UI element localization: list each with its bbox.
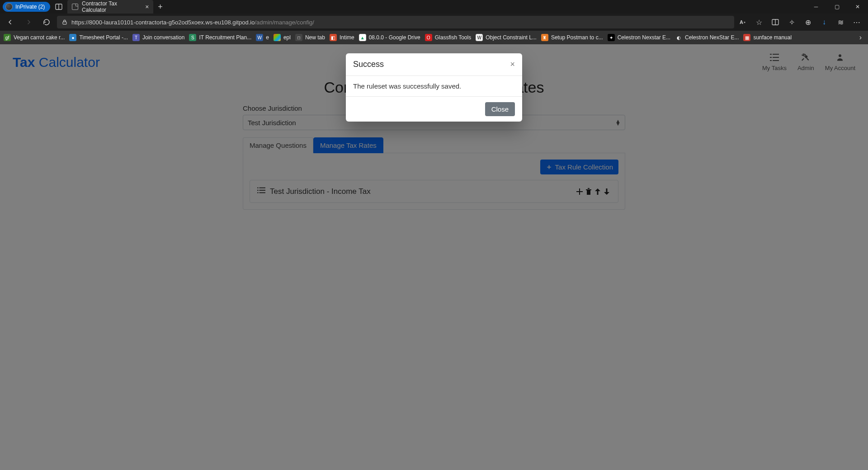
bookmark-label: epl <box>283 34 291 41</box>
browser-tab-bar: InPrivate (2) Contractor Tax Calculator … <box>0 0 868 14</box>
bookmark-label: Join conversation <box>142 34 184 41</box>
address-toolbar: A» ☆ ✧ ⊕ ↓ ≋ ⋯ <box>737 16 865 28</box>
favorite-icon[interactable]: ☆ <box>753 16 765 28</box>
bookmark-icon: ◐ <box>675 34 682 41</box>
bookmark-item[interactable]: ◐Celestron NexStar E... <box>675 34 739 41</box>
forward-button[interactable] <box>21 15 36 29</box>
modal-overlay[interactable]: Success × The ruleset was successfully s… <box>0 44 868 470</box>
back-button[interactable] <box>3 15 18 29</box>
window-controls: ─ ▢ ✕ <box>806 0 868 14</box>
inprivate-label: InPrivate (2) <box>15 4 45 10</box>
svg-rect-2 <box>63 22 66 24</box>
bookmark-label: Vegan carrot cake r... <box>14 34 65 41</box>
bookmark-label: 08.0.0 - Google Drive <box>369 34 420 41</box>
bookmark-item[interactable]: SIT Recruitment Plan... <box>189 34 251 41</box>
bookmark-item[interactable]: ◧Intime <box>330 34 354 41</box>
bookmark-icon: ◧ <box>330 34 337 41</box>
profile-avatar-icon <box>5 3 13 10</box>
tab-close-icon[interactable]: × <box>145 3 149 10</box>
bookmark-item[interactable]: OGlassfish Tools <box>425 34 471 41</box>
bookmark-item[interactable]: We <box>256 34 269 41</box>
bookmark-icon: S <box>189 34 196 41</box>
tab-actions-icon[interactable] <box>55 3 63 11</box>
bookmark-item[interactable]: TJoin conversation <box>132 34 184 41</box>
bookmark-label: Setup Postman to c... <box>551 34 603 41</box>
new-tab-button[interactable]: + <box>158 2 163 12</box>
bookmark-item[interactable]: ●Timesheet Portal -... <box>69 34 128 41</box>
bookmark-label: Object Constraint L... <box>486 34 537 41</box>
lock-icon <box>61 19 68 25</box>
modal-body: The ruleset was successfully saved. <box>346 76 522 96</box>
bookmark-icon: ▲ <box>359 34 366 41</box>
bookmark-icon: W <box>476 34 483 41</box>
menu-icon[interactable]: ⋯ <box>851 16 863 28</box>
collections-icon[interactable]: ⊕ <box>802 16 814 28</box>
bookmark-item[interactable]: epl <box>274 34 291 41</box>
bookmark-icon: T <box>132 34 140 41</box>
bookmark-label: New tab <box>305 34 325 41</box>
bookmark-label: Glassfish Tools <box>435 34 471 41</box>
bookmark-item[interactable]: WObject Constraint L... <box>476 34 537 41</box>
modal-close-icon[interactable]: × <box>510 60 515 69</box>
bookmark-item[interactable]: ▦sunface manual <box>743 34 792 41</box>
refresh-button[interactable] <box>39 15 54 29</box>
modal-title: Success <box>353 60 384 69</box>
tab-title: Contractor Tax Calculator <box>82 0 142 13</box>
downloads-icon[interactable]: ↓ <box>818 16 830 28</box>
url-input[interactable]: https://8000-laura10101-contractorta-g5o… <box>57 16 734 28</box>
page-viewport: Tax Calculator My Tasks Admin My Accou <box>0 44 868 470</box>
bookmark-icon: gf <box>4 34 11 41</box>
modal-header: Success × <box>346 53 522 76</box>
url-text: https://8000-laura10101-contractorta-g5o… <box>71 19 314 26</box>
bookmark-icon: ▦ <box>743 34 750 41</box>
close-window-button[interactable]: ✕ <box>847 0 868 14</box>
bookmark-icon: O <box>425 34 432 41</box>
browser-tab[interactable]: Contractor Tax Calculator × <box>67 0 153 14</box>
bookmark-icon <box>274 34 281 41</box>
bookmark-label: IT Recruitment Plan... <box>199 34 251 41</box>
modal-footer: Close <box>346 96 522 122</box>
bookmark-label: e <box>266 34 269 41</box>
bookmark-icon: □ <box>295 34 302 41</box>
maximize-button[interactable]: ▢ <box>826 0 847 14</box>
address-bar: https://8000-laura10101-contractorta-g5o… <box>0 14 868 31</box>
split-screen-icon[interactable] <box>769 16 781 28</box>
bookmark-label: Timesheet Portal -... <box>79 34 128 41</box>
read-aloud-icon[interactable]: A» <box>737 16 749 28</box>
bookmark-icon: ✦ <box>608 34 615 41</box>
bookmarks-overflow-icon[interactable]: › <box>857 33 864 42</box>
bookmark-item[interactable]: ▲08.0.0 - Google Drive <box>359 34 420 41</box>
bookmark-label: Celestron NexStar E... <box>685 34 739 41</box>
page-icon <box>72 4 78 10</box>
favorites-bar-icon[interactable]: ✧ <box>786 16 797 28</box>
bookmark-label: sunface manual <box>753 34 792 41</box>
bookmark-item[interactable]: □New tab <box>295 34 325 41</box>
bookmark-label: Intime <box>340 34 354 41</box>
bookmark-item[interactable]: gfVegan carrot cake r... <box>4 34 65 41</box>
bookmark-label: Celestron Nexstar E... <box>618 34 670 41</box>
bookmark-icon: ♜ <box>541 34 548 41</box>
modal-close-button[interactable]: Close <box>485 102 515 116</box>
extensions-icon[interactable]: ≋ <box>835 16 846 28</box>
bookmark-icon: W <box>256 34 263 41</box>
bookmark-icon: ● <box>69 34 76 41</box>
bookmark-item[interactable]: ✦Celestron Nexstar E... <box>608 34 670 41</box>
inprivate-badge[interactable]: InPrivate (2) <box>3 2 50 12</box>
bookmarks-bar: gfVegan carrot cake r... ●Timesheet Port… <box>0 31 868 44</box>
success-modal: Success × The ruleset was successfully s… <box>346 53 522 122</box>
bookmark-item[interactable]: ♜Setup Postman to c... <box>541 34 603 41</box>
minimize-button[interactable]: ─ <box>806 0 826 14</box>
